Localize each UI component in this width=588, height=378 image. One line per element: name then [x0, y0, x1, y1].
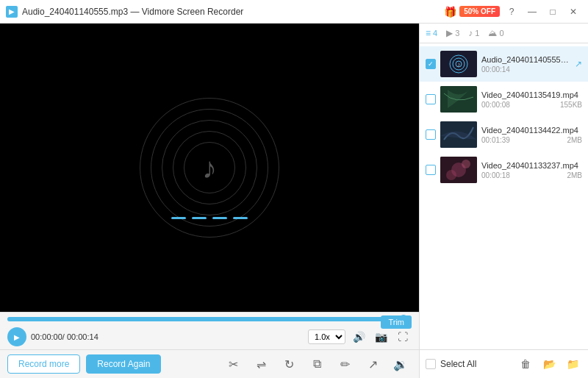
close-button[interactable]: ✕ [564, 3, 582, 21]
playback-controls: ▶ 00:00:00/ 00:00:14 0.5x 1.0x 1.5x 2.0x… [0, 324, 419, 349]
list-item[interactable]: Video_240401134422.mp4 00:01:39 2MB [420, 117, 588, 152]
item-name-4: Video_240401133237.mp4 [481, 161, 582, 170]
item-thumb-2 [440, 86, 477, 113]
item-checkbox-1[interactable] [426, 59, 436, 69]
dash-1 [171, 217, 186, 219]
item-name-2: Video_240401135419.mp4 [481, 90, 582, 99]
dash-4 [233, 217, 248, 219]
right-panel: ≡ 4 ▶ 3 ♪ 1 ⛰ 0 [419, 24, 588, 378]
adjust-icon[interactable]: ⇌ [250, 353, 272, 375]
item-meta-3: 00:01:39 2MB [481, 136, 582, 144]
open-folder-icon[interactable]: 📁 [563, 354, 582, 374]
panel-footer: Select All 🗑 📂 📁 [420, 349, 588, 378]
item-info-3: Video_240401134422.mp4 00:01:39 2MB [481, 126, 582, 144]
trim-button[interactable]: Trim [381, 315, 412, 329]
video-area: ♪ Trim ▶ 00:00:00/ 00:00:14 [0, 24, 419, 378]
tab-video[interactable]: ▶ 3 [446, 28, 459, 38]
screenshot-icon[interactable]: 📷 [372, 328, 390, 346]
item-checkbox-4[interactable] [426, 165, 436, 175]
main-container: ♪ Trim ▶ 00:00:00/ 00:00:14 [0, 24, 588, 378]
minimize-button[interactable]: — [523, 3, 541, 21]
item-thumb-1: ♪ [440, 51, 477, 77]
select-all-label: Select All [440, 359, 476, 369]
window-title: Audio_240401140555.mp3 — Vidmore Screen … [22, 7, 243, 17]
item-size-4: 2MB [567, 171, 582, 179]
gift-icon: 🎁 [444, 6, 456, 18]
item-duration-1: 00:00:14 [481, 65, 510, 74]
progress-track[interactable] [7, 317, 412, 321]
share-icon[interactable]: ↗ [362, 353, 384, 375]
tab-audio-count: 1 [475, 29, 479, 38]
tab-all[interactable]: ≡ 4 [426, 28, 437, 38]
item-share-1[interactable]: ↗ [575, 59, 582, 69]
dash-3 [212, 217, 227, 219]
edit-icon[interactable]: ✏ [334, 353, 356, 375]
item-thumb-4 [440, 157, 477, 183]
media-list: ♪ Audio_240401140555.mp3 00:00:14 ↗ [420, 43, 588, 349]
audio-icon[interactable]: 🔉 [390, 353, 412, 375]
fullscreen-icon[interactable]: ⛶ [394, 328, 412, 346]
item-meta-1: 00:00:14 [481, 65, 570, 74]
tab-image[interactable]: ⛰ 0 [488, 28, 503, 38]
tab-audio-icon: ♪ [468, 28, 473, 38]
item-meta-4: 00:00:18 2MB [481, 171, 582, 179]
list-item[interactable]: ♪ Audio_240401140555.mp3 00:00:14 ↗ [420, 46, 588, 82]
title-bar: ▶ Audio_240401140555.mp3 — Vidmore Scree… [0, 0, 588, 24]
controls-area: Trim ▶ 00:00:00/ 00:00:14 0.5x 1.0x 1.5x… [0, 312, 419, 349]
settings-button[interactable]: ? [503, 3, 520, 21]
item-duration-2: 00:00:08 [481, 101, 510, 109]
item-duration-3: 00:01:39 [481, 136, 510, 144]
svg-point-9 [446, 170, 456, 180]
item-info-4: Video_240401133237.mp4 00:00:18 2MB [481, 161, 582, 179]
item-name-3: Video_240401134422.mp4 [481, 126, 582, 135]
svg-point-8 [462, 160, 470, 168]
item-size-3: 2MB [567, 136, 582, 144]
tab-all-icon: ≡ [426, 28, 431, 38]
item-thumb-3 [440, 121, 477, 148]
title-bar-right: 🎁 50% OFF ? — □ ✕ [444, 3, 582, 21]
title-bar-left: ▶ Audio_240401140555.mp3 — Vidmore Scree… [6, 6, 243, 18]
progress-container: Trim [0, 313, 419, 324]
tab-video-count: 3 [455, 29, 459, 38]
item-info-1: Audio_240401140555.mp3 00:00:14 [481, 55, 570, 74]
video-display: ♪ [0, 24, 419, 312]
item-checkbox-3[interactable] [426, 129, 436, 140]
list-item[interactable]: Video_240401135419.mp4 00:00:08 155KB [420, 82, 588, 117]
record-more-button[interactable]: Record more [7, 354, 80, 374]
list-item[interactable]: Video_240401133237.mp4 00:00:18 2MB [420, 152, 588, 188]
item-checkbox-2[interactable] [426, 94, 436, 104]
cut-icon[interactable]: ✂ [222, 353, 244, 375]
item-duration-4: 00:00:18 [481, 171, 510, 179]
speed-select[interactable]: 0.5x 1.0x 1.5x 2.0x [308, 329, 345, 344]
bottom-toolbar: Record more Record Again ✂ ⇌ ↻ ⧉ ✏ ↗ 🔉 [0, 349, 419, 378]
svg-text:♪: ♪ [457, 60, 461, 68]
item-size-2: 155KB [560, 101, 582, 109]
rotate-icon[interactable]: ↻ [278, 353, 300, 375]
tab-audio[interactable]: ♪ 1 [468, 28, 479, 38]
item-info-2: Video_240401135419.mp4 00:00:08 155KB [481, 90, 582, 109]
tab-image-count: 0 [499, 29, 503, 38]
folder-icon[interactable]: 📂 [539, 354, 559, 374]
tab-all-count: 4 [433, 29, 437, 38]
app-icon: ▶ [6, 6, 18, 18]
copy-icon[interactable]: ⧉ [306, 353, 328, 375]
record-again-button[interactable]: Record Again [86, 354, 161, 374]
maximize-button[interactable]: □ [544, 3, 562, 21]
music-visual: ♪ [136, 94, 283, 241]
item-meta-2: 00:00:08 155KB [481, 101, 582, 109]
select-all-checkbox[interactable] [426, 359, 436, 369]
music-note-icon: ♪ [202, 151, 217, 185]
delete-icon[interactable]: 🗑 [516, 354, 535, 374]
panel-tabs: ≡ 4 ▶ 3 ♪ 1 ⛰ 0 [420, 24, 588, 43]
dash-2 [192, 217, 207, 219]
tab-video-icon: ▶ [446, 28, 453, 38]
play-button[interactable]: ▶ [7, 327, 26, 346]
time-display: 00:00:00/ 00:00:14 [31, 332, 104, 341]
promo-badge[interactable]: 50% OFF [459, 6, 500, 17]
volume-icon[interactable]: 🔊 [350, 328, 368, 346]
item-name-1: Audio_240401140555.mp3 [481, 55, 570, 64]
dashes [171, 217, 248, 219]
tab-image-icon: ⛰ [488, 28, 497, 38]
progress-fill [7, 317, 404, 321]
